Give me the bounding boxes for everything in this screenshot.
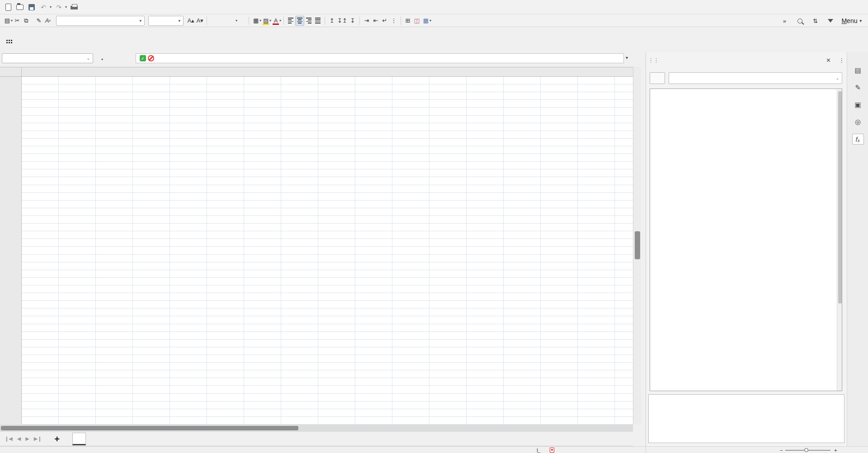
increase-indent-icon[interactable]: ⇥ [362,16,371,26]
sort-icon[interactable]: ⇅ [811,16,820,26]
expand-formula-bar-icon[interactable]: ▾ [626,55,628,60]
undo-dropdown-icon[interactable]: ▾ [50,5,52,9]
function-list[interactable] [650,89,842,391]
formatting-toolbar: ▤▾ ✂ ⧉ ✎ Ax ▾ ▾ A▴ A▾ ▾ ▦▾ ▨▾ A▾ ↥ ↧↥ ↧ … [0,14,868,27]
increase-font-icon[interactable]: A▴ [186,16,195,26]
row-headers[interactable] [0,77,22,425]
toolbar-grip-icon[interactable] [6,40,14,45]
underline-icon[interactable] [227,16,236,26]
previous-sheet-icon[interactable]: ◀ [17,436,21,442]
select-all-corner[interactable] [0,67,22,77]
libreoffice-calc-window: ↶▾ ↷▾ ▤▾ ✂ ⧉ ✎ Ax ▾ ▾ A▴ A▾ ▾ ▦▾ ▨▾ A▾ [0,0,868,453]
column-headers[interactable] [22,67,633,77]
first-sheet-icon[interactable]: ❙◀ [5,436,13,442]
sidebar-close-icon[interactable]: ✕ [826,57,831,64]
undo-icon[interactable]: ↶ [39,3,48,12]
toolbar-overflow-icon[interactable]: ⋮ [389,16,398,26]
sidebar-function-wizard-icon[interactable] [650,72,665,84]
center-vertically-icon[interactable]: ↧↥ [336,16,348,26]
check-emoji-icon: ✓ [140,55,146,61]
insert-mode-icon: I_ [537,447,540,453]
function-list-scrollbar-thumb[interactable] [838,91,842,304]
align-right-icon[interactable] [304,16,313,26]
vertical-scrollbar[interactable] [633,67,641,425]
zoom-slider[interactable] [785,447,830,453]
zoom-in-icon[interactable]: + [834,447,837,453]
align-bottom-icon[interactable]: ↧ [348,16,357,26]
sum-icon[interactable]: ▾ [102,55,103,62]
prohibited-emoji-icon [148,55,154,61]
align-justify-icon[interactable] [313,16,322,26]
horizontal-scrollbar[interactable] [0,425,633,432]
align-center-icon[interactable] [295,16,304,26]
function-list-scrollbar[interactable] [837,89,842,391]
status-bar: I_ − + [0,446,868,453]
menubar: ↶▾ ↷▾ [0,0,868,14]
redo-dropdown-icon[interactable]: ▾ [65,5,67,9]
unmerge-cells-icon[interactable]: ▦ [421,16,430,26]
background-color-icon[interactable]: ▨ [261,16,270,26]
borders-icon[interactable]: ▦ [251,16,260,26]
sidebar-grip-icon[interactable]: ⋮⋮ [646,57,661,64]
bold-icon[interactable] [209,16,218,26]
clear-formatting-icon[interactable]: Ax [43,16,52,26]
open-file-icon[interactable] [15,3,24,12]
menu-button[interactable]: Menu▾ [841,17,862,24]
align-left-icon[interactable] [286,16,295,26]
font-color-icon[interactable]: A [271,16,280,26]
decrease-indent-icon[interactable]: ⇤ [371,16,380,26]
merge-dropdown-icon[interactable]: ▾ [429,19,431,23]
name-box[interactable]: ⌄ [2,53,93,63]
font-name-combobox[interactable]: ▾ [56,16,145,26]
new-document-icon[interactable] [4,3,13,12]
vertical-scrollbar-thumb[interactable] [635,231,640,259]
align-top-icon[interactable]: ↥ [327,16,336,26]
styles-deck-icon[interactable]: ✎ [852,82,864,93]
properties-deck-icon[interactable]: ▤ [852,65,864,76]
functions-deck-icon[interactable]: fₓ [852,134,864,145]
save-icon[interactable] [27,3,36,12]
function-category-dropdown[interactable]: ⌄ [669,72,842,84]
function-description-panel [648,394,844,443]
navigator-deck-icon[interactable]: ◎ [852,117,864,127]
sheet-tab-bar: ❙◀ ◀ ▶ ▶❙ + [0,432,633,446]
quick-access-toolbar: ↶▾ ↷▾ [0,3,79,12]
redo-icon[interactable]: ↷ [54,3,63,12]
sidebar-deck-strip: ▤ ✎ ▣ ◎ fₓ [847,52,868,446]
add-sheet-icon[interactable]: + [54,434,60,444]
wrap-text-icon[interactable]: ↵ [380,16,389,26]
italic-icon[interactable] [218,16,227,26]
autofilter-icon[interactable] [826,16,835,26]
next-sheet-icon[interactable]: ▶ [25,436,29,442]
toolbar-expand-icon[interactable]: » [780,16,789,26]
functions-sidebar: ⋮⋮ ✕ ⋮ ⌄ ▤ ✎ ▣ ◎ fₓ [646,52,868,446]
gallery-deck-icon[interactable]: ▣ [852,99,864,110]
sheet-tab-financial-analysis[interactable] [72,433,86,445]
cell-grid[interactable] [22,77,633,425]
sidebar-menu-icon[interactable]: ⋮ [839,57,844,64]
copy-icon[interactable]: ⧉ [22,16,31,26]
horizontal-scrollbar-thumb[interactable] [1,426,298,430]
merge-cells-icon[interactable]: ⊞ [403,16,412,26]
print-icon[interactable] [70,3,79,12]
merge-center-icon[interactable]: ◫ [412,16,421,26]
clone-formatting-icon[interactable]: ✎ [34,16,43,26]
cut-icon[interactable]: ✂ [13,16,22,26]
strikethrough-icon[interactable] [237,16,246,26]
formula-input[interactable]: ✓ [136,53,624,63]
search-icon[interactable] [795,16,804,26]
paste-icon[interactable]: ▤ [3,16,12,26]
zoom-out-icon[interactable]: − [780,447,783,453]
document-modified-icon[interactable] [550,447,554,453]
last-sheet-icon[interactable]: ▶❙ [34,436,42,442]
sheet-tab-stock-prices[interactable] [90,433,102,445]
font-size-combobox[interactable]: ▾ [148,16,184,26]
decrease-font-icon[interactable]: A▾ [195,16,204,26]
